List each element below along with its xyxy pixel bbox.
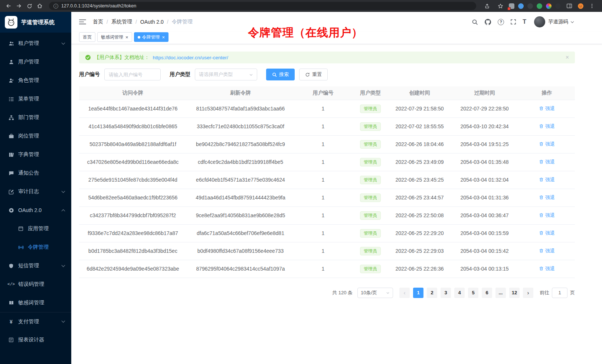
browser-forward-icon[interactable] [14, 1, 24, 11]
browser-back-icon[interactable] [4, 1, 13, 11]
sidebar-item-role[interactable]: 角色管理 [0, 71, 71, 90]
tab-close-icon[interactable]: × [162, 35, 165, 40]
prev-page-button[interactable]: ‹ [399, 288, 410, 298]
breadcrumb-home[interactable]: 首页 [93, 19, 103, 25]
extension-gray-icon[interactable] [555, 3, 561, 9]
cell-create-time: 2022-06-26 18:04:46 [389, 135, 450, 153]
extension-puzzle-icon[interactable] [509, 3, 514, 9]
table-header-row: 访问令牌 刷新令牌 用户编号 用户类型 创建时间 过期时间 操作 [79, 86, 575, 100]
extension-color-icon[interactable] [546, 3, 552, 9]
page-button[interactable]: 2 [427, 288, 437, 298]
sidebar-item-sensitive-word[interactable]: 敏感词管理 [0, 294, 71, 312]
font-size-icon[interactable]: T [523, 19, 526, 25]
sidebar-item-notice[interactable]: 通知公告 [0, 164, 71, 182]
browser-home-icon[interactable] [35, 1, 45, 11]
force-logout-button[interactable]: 强退 [539, 265, 555, 272]
share-icon[interactable] [482, 1, 492, 11]
extension-blue-icon[interactable] [518, 3, 524, 9]
split-view-icon[interactable] [565, 1, 574, 11]
role-icon [8, 78, 14, 83]
sidebar-item-dept[interactable]: 部门管理 [0, 108, 71, 127]
sidebar-item-dict[interactable]: 字典管理 [0, 145, 71, 164]
force-logout-button[interactable]: 强退 [539, 176, 555, 183]
force-logout-button[interactable]: 强退 [539, 141, 555, 148]
sidebar-collapse-icon[interactable] [78, 17, 88, 26]
page-button[interactable]: 5 [468, 288, 478, 298]
doc-link[interactable]: https://doc.iocoder.cn/user-center/ [153, 55, 228, 60]
reset-button[interactable]: 重置 [299, 69, 328, 80]
force-logout-button[interactable]: 强退 [539, 194, 555, 201]
app-window: 芋道管理系统 租户管理 用户管理 角色管理 菜单管理 部 [0, 12, 602, 364]
user-id-input[interactable] [104, 69, 161, 80]
more-pages-button[interactable]: ... [495, 288, 506, 298]
sidebar-menu: 租户管理 用户管理 角色管理 菜单管理 部门管理 岗位管理 [0, 33, 71, 364]
col-user-type: 用户类型 [352, 86, 389, 100]
browser-menu-icon[interactable] [587, 1, 597, 11]
force-logout-button[interactable]: 强退 [539, 159, 555, 165]
cell-actions: 强退 [519, 260, 575, 278]
next-page-button[interactable]: › [523, 288, 533, 298]
search-button[interactable]: 搜索 [266, 69, 295, 80]
tab-sensitive-word[interactable]: 敏感词管理 × [97, 32, 132, 42]
sidebar-item-report-designer[interactable]: 报表设计器 [0, 331, 71, 349]
shield-icon [8, 263, 14, 269]
table-row: 41c41346a548490f9dc8b01c6bfe0865 333ecfc… [79, 118, 575, 135]
cell-actions: 强退 [519, 100, 575, 118]
user-menu[interactable]: 芋道源码 [534, 16, 573, 27]
fullscreen-icon[interactable] [510, 19, 516, 25]
user-type-badge: 管理员 [360, 122, 381, 131]
force-logout-button[interactable]: 强退 [539, 248, 555, 254]
sidebar-item-oauth[interactable]: OAuth 2.0 [0, 201, 71, 219]
force-logout-button[interactable]: 强退 [539, 123, 555, 130]
page-button[interactable]: 6 [482, 288, 492, 298]
page-button[interactable]: 3 [441, 288, 451, 298]
alert-close-icon[interactable]: × [566, 54, 569, 60]
breadcrumb-system[interactable]: 系统管理 [111, 19, 132, 25]
force-logout-label: 强退 [545, 141, 555, 148]
sidebar-item-menu[interactable]: 菜单管理 [0, 90, 71, 108]
sidebar-item-post[interactable]: 岗位管理 [0, 127, 71, 145]
breadcrumb-separator: / [167, 19, 169, 25]
page-button[interactable]: 4 [454, 288, 465, 298]
force-logout-button[interactable]: 强退 [539, 212, 555, 219]
force-logout-button[interactable]: 强退 [539, 230, 555, 236]
bookmark-star-icon[interactable] [495, 1, 505, 11]
alert-text: 【用户体系】文档地址： [94, 54, 150, 61]
cell-user-type: 管理员 [352, 260, 389, 278]
sidebar-item-audit-log[interactable]: 审计日志 [0, 182, 71, 201]
sidebar-item-error-code[interactable]: </> 错误码管理 [0, 275, 71, 294]
sidebar-item-user[interactable]: 用户管理 [0, 53, 71, 71]
extension-green-icon[interactable] [537, 3, 542, 9]
page-size-select[interactable]: 10条/页 [357, 288, 393, 298]
app-logo-row[interactable]: 芋道管理系统 [0, 12, 71, 33]
github-icon[interactable] [484, 19, 491, 26]
address-bar[interactable]: i 127.0.0.1:1024/system/oauth2/token [49, 2, 476, 10]
sidebar-item-payment[interactable]: ¥ 支付管理 [0, 312, 71, 331]
profile-avatar-icon[interactable] [578, 3, 583, 9]
sidebar-item-tenant[interactable]: 租户管理 [0, 34, 71, 53]
breadcrumb-oauth[interactable]: OAuth 2.0 [140, 19, 164, 25]
sidebar-item-sms[interactable]: 短信管理 [0, 257, 71, 275]
cell-access-token: 275e5de9151045fe87cbdc395e004f4d [79, 171, 187, 189]
page-button[interactable]: 12 [509, 288, 520, 298]
goto-page-input[interactable] [552, 288, 567, 298]
browser-refresh-icon[interactable] [24, 1, 34, 11]
chevron-down-icon [571, 20, 574, 23]
cell-access-token: 54d6be82ee5a460a9aedc1f9bf223656 [79, 189, 187, 206]
page-button[interactable]: 1 [413, 288, 423, 298]
sidebar-item-oauth-app[interactable]: 应用管理 [0, 219, 71, 238]
breadcrumb-separator: / [135, 19, 137, 25]
sidebar-item-oauth-token[interactable]: 令牌管理 [0, 238, 71, 257]
force-logout-button[interactable]: 强退 [539, 105, 555, 112]
tab-home[interactable]: 首页 [79, 32, 95, 42]
tab-close-icon[interactable]: × [125, 35, 128, 40]
search-icon [272, 72, 277, 77]
user-type-select[interactable]: 请选择用户类型 [195, 69, 257, 80]
cell-create-time: 2022-06-25 22:29:20 [389, 224, 450, 242]
browser-actions [481, 1, 598, 11]
site-info-icon[interactable]: i [53, 4, 58, 9]
help-icon[interactable]: ? [498, 19, 504, 25]
tab-token[interactable]: 令牌管理 × [134, 32, 169, 42]
search-icon[interactable] [472, 19, 478, 25]
extension-dark-icon[interactable] [527, 3, 533, 9]
